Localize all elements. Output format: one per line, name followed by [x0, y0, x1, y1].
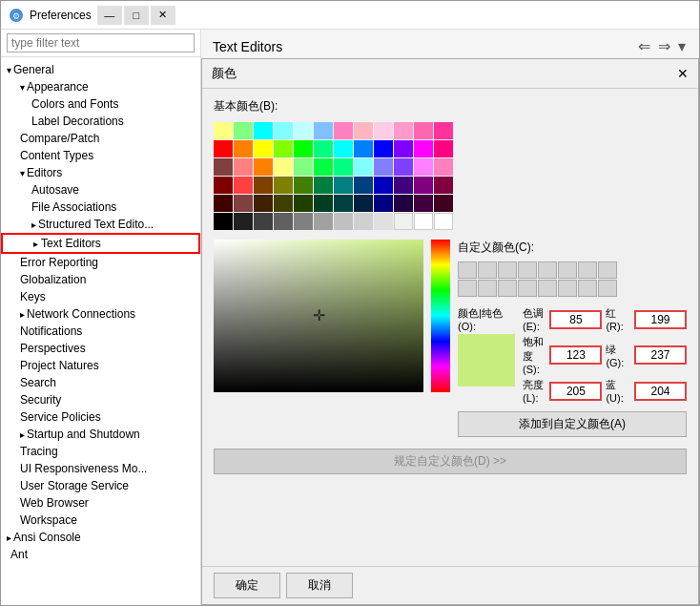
color-gradient-box[interactable]: ✛ — [214, 240, 423, 392]
swatch[interactable] — [414, 140, 433, 157]
swatch[interactable] — [434, 140, 453, 157]
custom-swatch[interactable] — [578, 261, 597, 279]
sidebar-item-globalization[interactable]: Globalization — [1, 271, 200, 288]
sidebar-item-compare-patch[interactable]: Compare/Patch — [1, 130, 200, 147]
sidebar-item-error-reporting[interactable]: Error Reporting — [1, 254, 200, 271]
swatch[interactable] — [394, 140, 413, 157]
custom-swatch[interactable] — [598, 261, 617, 279]
sidebar-item-label-decorations[interactable]: Label Decorations — [1, 113, 200, 130]
sidebar-item-colors-fonts[interactable]: Colors and Fonts — [1, 95, 200, 113]
swatch[interactable] — [314, 158, 333, 176]
sidebar-item-notifications[interactable]: Notifications — [1, 323, 200, 340]
sidebar-item-file-associations[interactable]: File Associations — [1, 199, 200, 216]
swatch[interactable] — [394, 122, 413, 139]
swatch[interactable] — [254, 213, 273, 230]
swatch[interactable] — [334, 195, 353, 212]
sidebar-item-perspectives[interactable]: Perspectives — [1, 340, 200, 357]
swatch[interactable] — [334, 177, 353, 194]
sidebar-item-user-storage[interactable]: User Storage Service — [1, 477, 200, 494]
custom-swatch[interactable] — [558, 280, 577, 297]
swatch[interactable] — [334, 213, 353, 230]
swatch[interactable] — [214, 213, 233, 230]
sidebar-item-project-natures[interactable]: Project Natures — [1, 357, 200, 374]
swatch[interactable] — [254, 195, 273, 212]
sidebar-item-service-policies[interactable]: Service Policies — [1, 408, 200, 426]
sidebar-item-ansi-console[interactable]: Ansi Console — [1, 529, 200, 546]
swatch[interactable] — [374, 177, 393, 194]
swatch[interactable] — [274, 177, 293, 194]
swatch[interactable] — [234, 140, 253, 157]
saturation-input[interactable] — [549, 345, 602, 365]
sidebar-item-general[interactable]: General — [1, 61, 200, 78]
custom-swatch[interactable] — [558, 261, 577, 279]
define-custom-color-button[interactable]: 规定自定义颜色(D) >> — [214, 449, 687, 474]
swatch[interactable] — [414, 195, 433, 212]
swatch[interactable] — [214, 177, 233, 194]
swatch[interactable] — [314, 122, 333, 139]
sidebar-item-ui-responsiveness[interactable]: UI Responsiveness Mo... — [1, 460, 200, 477]
custom-swatch[interactable] — [578, 280, 597, 297]
maximize-button[interactable]: □ — [124, 6, 149, 25]
swatch[interactable] — [214, 140, 233, 157]
swatch[interactable] — [414, 158, 433, 176]
swatch[interactable] — [274, 140, 293, 157]
swatch[interactable] — [354, 158, 373, 176]
sidebar-item-network-connections[interactable]: Network Connections — [1, 305, 200, 323]
swatch[interactable] — [314, 177, 333, 194]
custom-swatch[interactable] — [598, 280, 617, 297]
swatch[interactable] — [234, 195, 253, 212]
sidebar-item-text-editors[interactable]: Text Editors — [1, 233, 200, 254]
swatch[interactable] — [274, 195, 293, 212]
swatch[interactable] — [294, 177, 313, 194]
swatch[interactable] — [334, 140, 353, 157]
sidebar-item-editors[interactable]: Editors — [1, 164, 200, 181]
swatch[interactable] — [414, 122, 433, 139]
swatch[interactable] — [274, 158, 293, 176]
sidebar-item-appearance[interactable]: Appearance — [1, 78, 200, 95]
swatch[interactable] — [274, 213, 293, 230]
swatch[interactable] — [294, 158, 313, 176]
swatch[interactable] — [434, 122, 453, 139]
swatch[interactable] — [354, 140, 373, 157]
swatch[interactable] — [294, 195, 313, 212]
swatch[interactable] — [374, 213, 393, 230]
nav-menu-button[interactable]: ▾ — [676, 35, 688, 57]
custom-swatch[interactable] — [458, 280, 477, 297]
swatch[interactable] — [394, 213, 413, 230]
swatch[interactable] — [234, 158, 253, 176]
custom-swatch[interactable] — [498, 280, 517, 297]
color-dialog-close-button[interactable]: ✕ — [677, 66, 689, 81]
ok-button[interactable]: 确定 — [214, 573, 280, 598]
swatch[interactable] — [314, 140, 333, 157]
search-input[interactable] — [7, 33, 195, 52]
swatch[interactable] — [414, 213, 433, 230]
swatch[interactable] — [434, 213, 453, 230]
swatch[interactable] — [314, 195, 333, 212]
custom-swatch[interactable] — [518, 280, 537, 297]
swatch[interactable] — [374, 122, 393, 139]
swatch[interactable] — [234, 177, 253, 194]
swatch[interactable] — [294, 122, 313, 139]
green-input[interactable] — [634, 345, 687, 365]
sidebar-item-web-browser[interactable]: Web Browser — [1, 494, 200, 512]
custom-swatch[interactable] — [458, 261, 477, 279]
swatch[interactable] — [254, 177, 273, 194]
swatch[interactable] — [434, 177, 453, 194]
sidebar-item-tracing[interactable]: Tracing — [1, 443, 200, 460]
custom-swatch[interactable] — [538, 261, 557, 279]
sidebar-item-security[interactable]: Security — [1, 391, 200, 408]
swatch[interactable] — [214, 195, 233, 212]
swatch[interactable] — [314, 213, 333, 230]
sidebar-item-ant[interactable]: Ant — [1, 546, 200, 563]
blue-input[interactable] — [634, 382, 687, 401]
swatch[interactable] — [394, 158, 413, 176]
swatch[interactable] — [334, 158, 353, 176]
swatch[interactable] — [434, 195, 453, 212]
sidebar-item-content-types[interactable]: Content Types — [1, 147, 200, 164]
brightness-input[interactable] — [549, 382, 602, 401]
swatch[interactable] — [354, 195, 373, 212]
custom-swatch[interactable] — [498, 261, 517, 279]
sidebar-item-autosave[interactable]: Autosave — [1, 181, 200, 199]
nav-forward-button[interactable]: ⇒ — [656, 35, 672, 57]
cancel-button[interactable]: 取消 — [286, 573, 353, 598]
